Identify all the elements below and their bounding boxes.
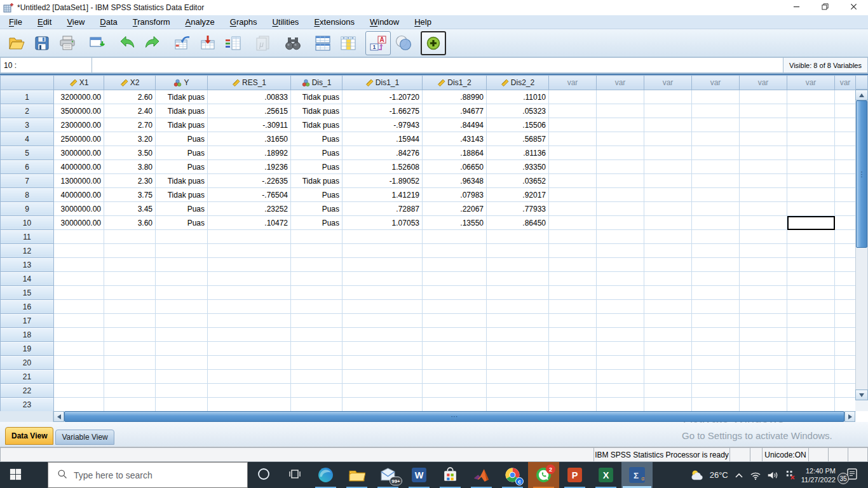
cell-r6-var3[interactable] xyxy=(644,160,692,174)
cell-r16-dis1_1[interactable] xyxy=(342,300,423,314)
cell-r20-var3[interactable] xyxy=(644,356,692,370)
cell-r5-var7[interactable] xyxy=(835,146,856,160)
cell-r20-y[interactable] xyxy=(156,356,208,370)
cell-r18-var1[interactable] xyxy=(549,328,597,342)
cell-r18-dis1_2[interactable] xyxy=(423,328,487,342)
cell-r17-dis1_2[interactable] xyxy=(423,314,487,328)
cell-r17-dis1_1[interactable] xyxy=(342,314,423,328)
cell-r12-dis1_1[interactable] xyxy=(342,244,423,258)
row-header-19[interactable]: 19 xyxy=(1,342,54,356)
row-header-21[interactable]: 21 xyxy=(1,370,54,384)
cell-r14-var4[interactable] xyxy=(692,272,740,286)
cell-r18-res1[interactable] xyxy=(208,328,291,342)
cell-r10-x1[interactable]: 3000000.00 xyxy=(54,216,104,230)
cell-r8-dis1[interactable]: Puas xyxy=(291,188,342,202)
cell-r20-var4[interactable] xyxy=(692,356,740,370)
cell-r10-var4[interactable] xyxy=(692,216,740,230)
weather-widget[interactable]: 26°C xyxy=(689,468,728,482)
cell-r4-var1[interactable] xyxy=(549,132,597,146)
cell-r15-dis1[interactable] xyxy=(291,286,342,300)
cell-r16-res1[interactable] xyxy=(208,300,291,314)
cell-r2-var2[interactable] xyxy=(597,104,644,118)
vertical-scroll-track[interactable] xyxy=(855,100,868,390)
horizontal-scroll-thumb[interactable] xyxy=(64,411,844,422)
cell-r19-dis1_2[interactable] xyxy=(423,342,487,356)
cell-r6-x2[interactable]: 3.80 xyxy=(104,160,156,174)
cell-r12-dis1_2[interactable] xyxy=(423,244,487,258)
cell-r4-var5[interactable] xyxy=(740,132,787,146)
cell-r4-var3[interactable] xyxy=(644,132,692,146)
cell-r4-dis1[interactable]: Puas xyxy=(291,132,342,146)
cell-r19-x1[interactable] xyxy=(54,342,104,356)
cell-r5-dis1_2[interactable]: .18864 xyxy=(423,146,487,160)
cell-r12-var4[interactable] xyxy=(692,244,740,258)
column-header-var7[interactable]: var xyxy=(835,76,856,90)
row-header-1[interactable]: 1 xyxy=(1,90,54,104)
cell-r11-var6[interactable] xyxy=(787,230,835,244)
cell-r16-x2[interactable] xyxy=(104,300,156,314)
cell-r15-dis1_1[interactable] xyxy=(342,286,423,300)
column-header-var4[interactable]: var xyxy=(692,76,740,90)
row-header-18[interactable]: 18 xyxy=(1,328,54,342)
cell-r19-var6[interactable] xyxy=(787,342,835,356)
cell-r23-var7[interactable] xyxy=(835,398,856,412)
cell-r21-x2[interactable] xyxy=(104,370,156,384)
wifi-icon[interactable] xyxy=(750,470,761,480)
recall-recently-used-dialogs-button[interactable] xyxy=(85,31,110,55)
cell-r6-dis1_2[interactable]: .06650 xyxy=(423,160,487,174)
cell-r18-var2[interactable] xyxy=(597,328,644,342)
cell-r14-dis2_2[interactable] xyxy=(487,272,549,286)
cell-r3-var6[interactable] xyxy=(787,118,835,132)
cell-r5-dis1[interactable]: Puas xyxy=(291,146,342,160)
cell-r9-x2[interactable]: 3.45 xyxy=(104,202,156,216)
cell-r13-var7[interactable] xyxy=(835,258,856,272)
cell-r3-dis1_1[interactable]: -.97943 xyxy=(342,118,423,132)
cell-r11-var2[interactable] xyxy=(597,230,644,244)
minimize-button[interactable] xyxy=(782,0,811,15)
cell-r18-var4[interactable] xyxy=(692,328,740,342)
cell-r7-dis2_2[interactable]: .03652 xyxy=(487,174,549,188)
cell-r7-res1[interactable]: -.22635 xyxy=(208,174,291,188)
cell-r7-dis1_1[interactable]: -1.89052 xyxy=(342,174,423,188)
cell-r1-var4[interactable] xyxy=(692,90,740,104)
cell-r18-x2[interactable] xyxy=(104,328,156,342)
cell-r8-y[interactable]: Tidak puas xyxy=(156,188,208,202)
cell-r8-x2[interactable]: 3.75 xyxy=(104,188,156,202)
cell-r9-dis1_2[interactable]: .22067 xyxy=(423,202,487,216)
cell-r11-dis2_2[interactable] xyxy=(487,230,549,244)
cell-r21-res1[interactable] xyxy=(208,370,291,384)
cell-r19-y[interactable] xyxy=(156,342,208,356)
cell-r22-var6[interactable] xyxy=(787,384,835,398)
cell-r16-var3[interactable] xyxy=(644,300,692,314)
cell-r15-x2[interactable] xyxy=(104,286,156,300)
cell-r21-var7[interactable] xyxy=(835,370,856,384)
cell-r4-var7[interactable] xyxy=(835,132,856,146)
cell-r21-y[interactable] xyxy=(156,370,208,384)
task-view-button[interactable] xyxy=(279,462,310,488)
vertical-scroll-thumb[interactable] xyxy=(856,100,867,248)
column-header-dis1[interactable]: Dis_1 xyxy=(291,76,342,90)
cell-r4-dis1_1[interactable]: .15944 xyxy=(342,132,423,146)
cell-r8-dis1_1[interactable]: 1.41219 xyxy=(342,188,423,202)
cell-r9-res1[interactable]: .23252 xyxy=(208,202,291,216)
cell-r23-x2[interactable] xyxy=(104,398,156,412)
cell-r16-var6[interactable] xyxy=(787,300,835,314)
cell-r4-var6[interactable] xyxy=(787,132,835,146)
cell-r1-y[interactable]: Tidak puas xyxy=(156,90,208,104)
cell-r17-y[interactable] xyxy=(156,314,208,328)
scroll-right-button[interactable] xyxy=(844,411,855,422)
cell-r5-res1[interactable]: .18992 xyxy=(208,146,291,160)
excel-taskbar-button[interactable]: X xyxy=(590,462,621,488)
row-header-17[interactable]: 17 xyxy=(1,314,54,328)
cell-r18-var6[interactable] xyxy=(787,328,835,342)
cell-r9-var5[interactable] xyxy=(740,202,787,216)
cell-r5-x2[interactable]: 3.50 xyxy=(104,146,156,160)
column-header-y[interactable]: Y xyxy=(156,76,208,90)
cell-r3-x1[interactable]: 2300000.00 xyxy=(54,118,104,132)
print-button[interactable] xyxy=(55,31,80,55)
use-variable-sets-button[interactable] xyxy=(391,31,416,55)
redo-button[interactable] xyxy=(140,31,165,55)
cell-r14-dis1_2[interactable] xyxy=(423,272,487,286)
cell-r2-var5[interactable] xyxy=(740,104,787,118)
cell-r22-res1[interactable] xyxy=(208,384,291,398)
